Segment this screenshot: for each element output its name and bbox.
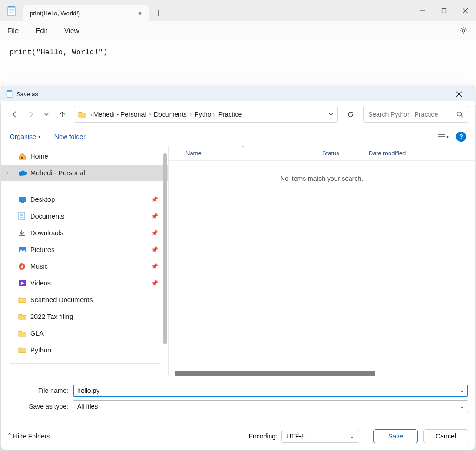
minimize-button[interactable]	[412, 0, 433, 21]
svg-rect-16	[21, 202, 24, 203]
folder-icon	[18, 347, 27, 353]
encoding-select[interactable]: UTF-8 ⌄	[281, 430, 359, 443]
pictures-icon	[18, 246, 27, 253]
pin-icon: 📌	[151, 280, 158, 286]
downloads-icon	[18, 229, 27, 237]
chevron-down-icon[interactable]: ⌄	[350, 433, 354, 439]
dialog-body: Home › Mehedi - Personal Desktop 📌 Docum…	[1, 146, 475, 376]
menu-file[interactable]: File	[7, 27, 19, 34]
navigation-row: › Mehedi - Personal › Documents › Python…	[1, 101, 475, 127]
cancel-button[interactable]: Cancel	[423, 429, 468, 443]
svg-rect-14	[21, 157, 23, 159]
address-bar[interactable]: › Mehedi - Personal › Documents › Python…	[74, 106, 338, 123]
document-tab-title: print(Hello, World!)	[30, 10, 80, 17]
menu-view[interactable]: View	[64, 27, 79, 34]
home-icon	[18, 153, 27, 160]
chevron-up-icon: ˄	[8, 432, 11, 440]
tree-item-python[interactable]: Python	[1, 342, 168, 358]
menu-edit[interactable]: Edit	[35, 27, 47, 34]
dialog-close-button[interactable]	[456, 91, 470, 97]
folder-icon	[18, 313, 27, 320]
unsaved-indicator-icon: ●	[138, 9, 142, 17]
save-as-dialog: Save as › Mehedi - Personal › Documents …	[1, 86, 475, 450]
tree-item-tax[interactable]: 2022 Tax filing	[1, 308, 168, 325]
svg-rect-1	[8, 6, 15, 7]
pin-icon: 📌	[151, 246, 158, 253]
tree-scrollbar[interactable]	[163, 153, 167, 344]
document-tab[interactable]: print(Hello, World!) ●	[23, 5, 149, 21]
svg-rect-0	[8, 7, 15, 15]
svg-rect-17	[19, 212, 25, 220]
onedrive-icon	[18, 170, 27, 176]
encoding-value: UTF-8	[286, 432, 305, 440]
search-input[interactable]	[368, 111, 456, 118]
svg-rect-7	[7, 92, 12, 97]
savetype-label: Save as type:	[8, 403, 68, 410]
column-date[interactable]: Date modified	[364, 146, 475, 160]
nav-up-button[interactable]	[55, 107, 69, 121]
column-name[interactable]: ˄ Name	[169, 146, 317, 160]
hide-folders-button[interactable]: ˄ Hide Folders	[8, 432, 50, 440]
column-status[interactable]: Status	[317, 146, 364, 160]
new-tab-button[interactable]	[149, 5, 167, 21]
dialog-toolbar: Organise ▾ New folder ▾ ?	[1, 127, 475, 146]
tree-item-personal[interactable]: › Mehedi - Personal	[1, 165, 168, 181]
settings-gear-icon[interactable]	[459, 27, 468, 35]
search-icon	[456, 111, 463, 118]
navigation-tree: Home › Mehedi - Personal Desktop 📌 Docum…	[1, 146, 169, 376]
maximize-button[interactable]	[433, 0, 455, 21]
svg-rect-6	[442, 9, 446, 13]
chevron-right-icon: ›	[189, 111, 193, 118]
chevron-down-icon[interactable]: ⌄	[460, 404, 464, 410]
nav-recent-dropdown[interactable]	[40, 107, 53, 121]
dialog-notepad-icon	[6, 90, 13, 98]
pin-icon: 📌	[151, 230, 158, 236]
filename-section: File name: ⌄ Save as type: All files ⌄	[1, 376, 475, 421]
savetype-value: All files	[77, 403, 98, 410]
tree-item-documents[interactable]: Documents 📌	[1, 208, 168, 225]
crumb-2[interactable]: Python_Practice	[194, 111, 242, 118]
help-button[interactable]: ?	[456, 132, 466, 142]
notepad-app-icon	[0, 0, 23, 21]
chevron-right-icon: ›	[89, 111, 93, 118]
save-button[interactable]: Save	[373, 429, 418, 443]
list-column-headers: ˄ Name Status Date modified	[169, 146, 475, 161]
close-button[interactable]	[455, 0, 476, 21]
pin-icon: 📌	[151, 196, 158, 203]
savetype-field[interactable]: All files ⌄	[73, 400, 468, 412]
pin-icon: 📌	[151, 263, 158, 270]
refresh-button[interactable]	[343, 106, 358, 123]
svg-point-9	[457, 112, 462, 116]
tree-item-music[interactable]: Music 📌	[1, 258, 168, 275]
address-dropdown-icon[interactable]	[328, 112, 334, 117]
documents-icon	[18, 212, 27, 220]
tree-item-home[interactable]: Home	[1, 148, 168, 165]
tree-item-gla[interactable]: GLA	[1, 325, 168, 342]
search-box[interactable]	[363, 106, 468, 123]
folder-icon	[78, 111, 86, 118]
nav-forward-button[interactable]	[24, 107, 38, 121]
tree-item-videos[interactable]: Videos 📌	[1, 275, 168, 292]
horizontal-scrollbar[interactable]	[175, 371, 375, 376]
organise-menu[interactable]: Organise ▾	[10, 133, 40, 140]
chevron-down-icon[interactable]: ⌄	[460, 388, 464, 394]
chevron-down-icon: ▾	[446, 134, 449, 139]
crumb-1[interactable]: Documents	[154, 111, 187, 118]
filename-field[interactable]: ⌄	[73, 385, 468, 397]
new-folder-button[interactable]: New folder	[54, 133, 86, 140]
chevron-right-icon[interactable]: ›	[7, 170, 9, 176]
svg-rect-8	[7, 90, 12, 92]
file-list-pane: ˄ Name Status Date modified No items mat…	[169, 146, 475, 376]
nav-back-button[interactable]	[8, 107, 22, 121]
view-options-button[interactable]: ▾	[438, 133, 449, 140]
tree-item-scanned[interactable]: Scanned Documents	[1, 292, 168, 308]
svg-rect-15	[19, 197, 26, 202]
svg-point-23	[19, 263, 25, 270]
window-controls	[412, 0, 476, 21]
encoding-label: Encoding:	[249, 432, 278, 440]
tree-item-pictures[interactable]: Pictures 📌	[1, 241, 168, 258]
tree-item-downloads[interactable]: Downloads 📌	[1, 225, 168, 241]
tree-item-desktop[interactable]: Desktop 📌	[1, 191, 168, 208]
crumb-0[interactable]: Mehedi - Personal	[93, 111, 146, 118]
filename-input[interactable]	[77, 387, 460, 394]
